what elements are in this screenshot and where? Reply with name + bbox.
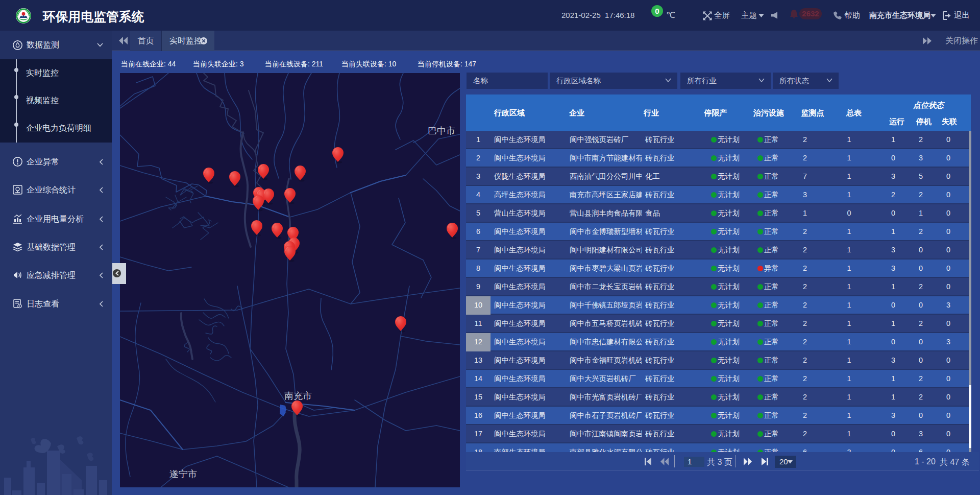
svg-text:巴中市: 巴中市 — [428, 126, 455, 136]
svg-text:遂宁市: 遂宁市 — [169, 469, 197, 479]
svg-text:南充市: 南充市 — [284, 391, 312, 401]
